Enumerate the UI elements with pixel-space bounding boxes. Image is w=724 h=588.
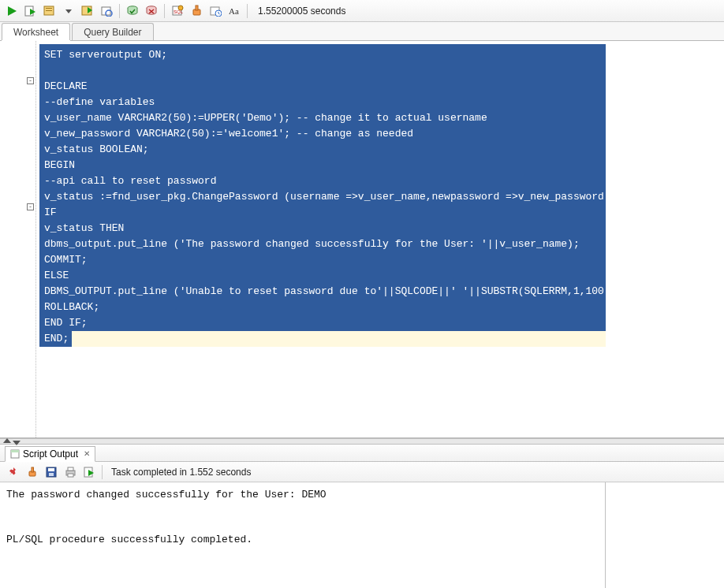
rollback-icon[interactable]: [143, 2, 160, 20]
run-icon[interactable]: [3, 2, 21, 20]
sql-history-icon[interactable]: [207, 2, 224, 20]
svg-rect-19: [196, 6, 198, 10]
explain-plan-icon[interactable]: [41, 2, 58, 20]
editor-gutter: - -: [0, 41, 36, 437]
output-toolbar: Task completed in 1.552 seconds: [0, 462, 724, 482]
code-editor[interactable]: - - SET serveroutput ON; DECLARE--define…: [0, 41, 724, 438]
svg-rect-4: [46, 8, 52, 9]
output-body[interactable]: The password changed successfully for th…: [0, 482, 606, 588]
print-icon[interactable]: [62, 463, 79, 481]
script-output-label: Script Output: [23, 448, 78, 460]
svg-rect-32: [68, 474, 73, 477]
output-tabbar: Script Output ✕: [0, 445, 724, 462]
case-icon[interactable]: Aa: [226, 2, 243, 20]
fold-toggle-icon[interactable]: -: [27, 77, 34, 84]
run-script-icon[interactable]: [22, 2, 39, 20]
script-output-icon: [10, 449, 20, 459]
toolbar-separator: [164, 4, 165, 18]
main-toolbar: SQL Aa 1.55200005 seconds: [0, 0, 724, 22]
tab-worksheet[interactable]: Worksheet: [2, 23, 70, 40]
save-icon[interactable]: [43, 463, 60, 481]
svg-rect-26: [32, 467, 34, 472]
close-icon[interactable]: ✕: [84, 449, 90, 458]
toolbar-separator: [102, 465, 103, 479]
toolbar-separator: [119, 4, 120, 18]
clear-icon[interactable]: [188, 2, 205, 20]
code-last-line[interactable]: END;: [39, 331, 606, 347]
pane-splitter[interactable]: [0, 438, 724, 445]
tab-script-output[interactable]: Script Output ✕: [5, 446, 95, 462]
unshared-worksheet-icon[interactable]: SQL: [169, 2, 186, 20]
tab-query-builder[interactable]: Query Builder: [72, 23, 153, 40]
pin-icon[interactable]: [5, 463, 22, 481]
execution-time-label: 1.55200005 seconds: [258, 6, 345, 17]
autotrace-icon[interactable]: [79, 2, 96, 20]
svg-rect-5: [46, 10, 52, 11]
dropdown-arrow-icon[interactable]: [60, 2, 77, 20]
svg-marker-0: [8, 6, 17, 16]
task-status-label: Task completed in 1.552 seconds: [111, 467, 251, 478]
code-area[interactable]: SET serveroutput ON; DECLARE--define var…: [36, 41, 724, 437]
code-text[interactable]: SET serveroutput ON; DECLARE--define var…: [39, 44, 606, 331]
svg-text:Aa: Aa: [229, 6, 239, 16]
toolbar-separator: [247, 4, 248, 18]
sql-tuning-icon[interactable]: [98, 2, 115, 20]
svg-rect-28: [48, 468, 54, 471]
clear-icon[interactable]: [24, 463, 41, 481]
svg-rect-29: [49, 473, 54, 476]
svg-marker-6: [65, 9, 72, 13]
commit-icon[interactable]: [124, 2, 141, 20]
svg-rect-31: [68, 467, 73, 471]
fold-toggle-icon[interactable]: -: [27, 203, 34, 210]
svg-rect-24: [11, 450, 19, 452]
svg-point-17: [178, 6, 183, 10]
output-run-icon[interactable]: [80, 463, 98, 481]
editor-tabbar: Worksheet Query Builder: [0, 22, 724, 41]
